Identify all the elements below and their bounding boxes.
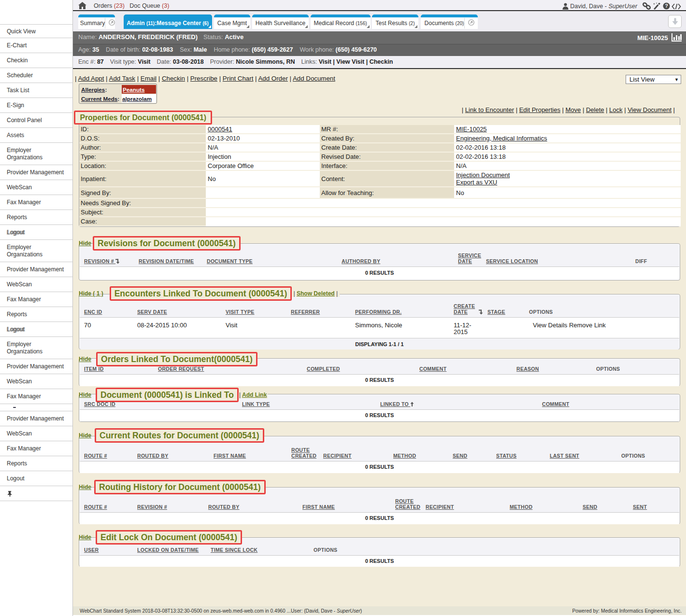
svg-text:?: ? — [665, 3, 668, 9]
